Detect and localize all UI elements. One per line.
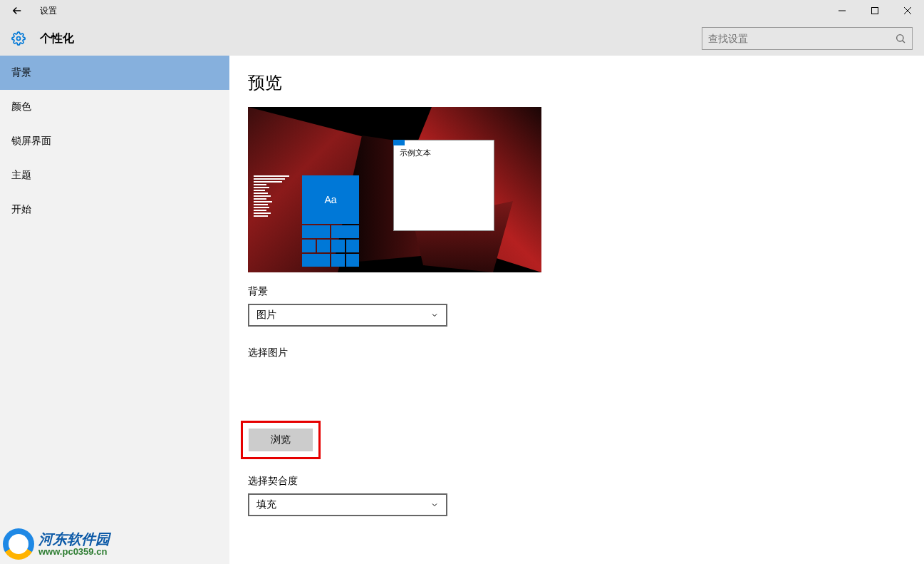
search-box[interactable]	[702, 27, 913, 50]
window-title: 设置	[40, 5, 57, 17]
page-title: 个性化	[40, 31, 74, 46]
background-dropdown[interactable]: 图片	[248, 304, 447, 327]
svg-rect-1	[872, 8, 878, 14]
svg-line-6	[903, 41, 905, 43]
back-button[interactable]	[0, 0, 34, 21]
dropdown-value: 填充	[256, 498, 430, 511]
sidebar-item-background[interactable]: 背景	[0, 56, 229, 90]
titlebar: 设置	[0, 0, 924, 21]
background-label: 背景	[248, 285, 905, 298]
preview-sample-window: 示例文本	[393, 140, 494, 231]
search-input[interactable]	[708, 33, 895, 44]
preview-startmenu: Aa	[254, 175, 359, 267]
choose-picture-label: 选择图片	[248, 347, 905, 359]
sidebar: 背景 颜色 锁屏界面 主题 开始	[0, 56, 229, 564]
sidebar-item-label: 主题	[11, 169, 31, 182]
highlight-box: 浏览	[241, 421, 321, 459]
sidebar-item-themes[interactable]: 主题	[0, 158, 229, 193]
sidebar-item-colors[interactable]: 颜色	[0, 90, 229, 124]
desktop-preview: Aa 示例文本	[248, 107, 541, 272]
chevron-down-icon	[430, 311, 439, 319]
sidebar-item-label: 开始	[11, 203, 31, 216]
header: 个性化	[0, 21, 924, 56]
fit-dropdown[interactable]: 填充	[248, 493, 447, 516]
maximize-button[interactable]	[858, 0, 891, 21]
search-icon	[895, 33, 906, 44]
gear-icon	[11, 31, 26, 46]
minimize-button[interactable]	[826, 0, 858, 21]
browse-button[interactable]: 浏览	[249, 429, 313, 451]
content: 预览 Aa	[229, 56, 924, 564]
svg-point-4	[17, 37, 21, 41]
fit-label: 选择契合度	[248, 475, 905, 488]
sidebar-item-start[interactable]: 开始	[0, 193, 229, 227]
close-button[interactable]	[891, 0, 924, 21]
sidebar-item-label: 背景	[11, 66, 31, 79]
svg-point-5	[897, 35, 903, 41]
sample-text-label: 示例文本	[394, 140, 494, 158]
preview-heading: 预览	[248, 71, 905, 94]
preview-tile-aa: Aa	[302, 175, 359, 224]
close-icon	[904, 7, 911, 14]
arrow-left-icon	[11, 4, 24, 17]
dropdown-value: 图片	[256, 309, 430, 322]
sidebar-item-lockscreen[interactable]: 锁屏界面	[0, 124, 229, 158]
minimize-icon	[839, 7, 846, 14]
window-controls	[826, 0, 924, 21]
maximize-icon	[871, 7, 878, 14]
sidebar-item-label: 颜色	[11, 101, 31, 113]
sidebar-item-label: 锁屏界面	[11, 135, 51, 148]
chevron-down-icon	[430, 501, 439, 509]
